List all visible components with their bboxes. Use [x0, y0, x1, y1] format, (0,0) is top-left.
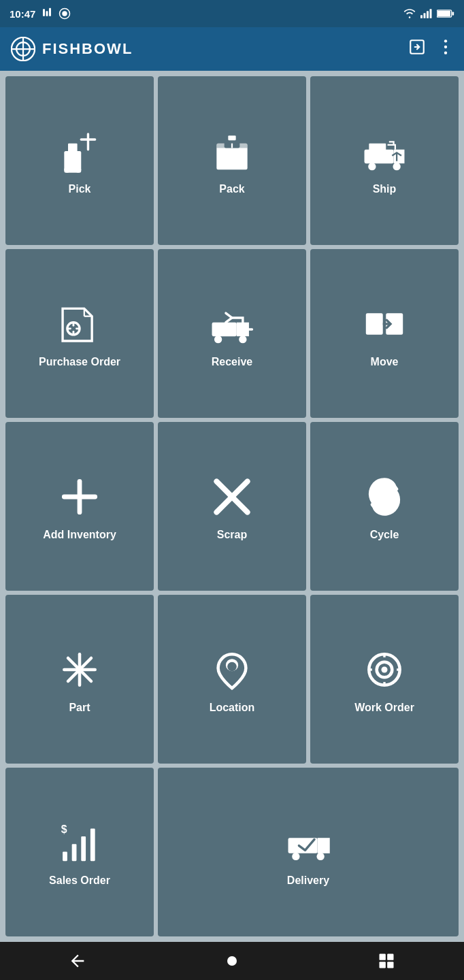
svg-rect-68 [72, 844, 77, 861]
svg-point-34 [368, 163, 376, 170]
app-title: FISHBOWL [42, 40, 133, 58]
svg-rect-28 [228, 135, 235, 140]
svg-marker-32 [394, 150, 405, 163]
svg-rect-48 [366, 313, 383, 335]
svg-rect-8 [430, 9, 432, 18]
grid-item-purchase-order[interactable]: Purchase Order [5, 249, 154, 418]
svg-rect-7 [427, 11, 429, 18]
screen-record-icon [59, 7, 71, 20]
svg-point-46 [214, 336, 222, 343]
sales-order-icon: $ [56, 819, 103, 866]
svg-rect-10 [437, 11, 450, 17]
svg-rect-33 [369, 144, 386, 151]
svg-rect-69 [81, 836, 86, 861]
app-bar-actions [408, 38, 453, 60]
ship-icon [361, 128, 408, 174]
back-button[interactable] [57, 947, 98, 975]
svg-rect-80 [387, 962, 393, 968]
main-grid: Pick Pack Ship Purchase Order Receive [0, 71, 464, 942]
svg-point-62 [381, 666, 387, 672]
purchase-order-icon [56, 301, 103, 347]
svg-point-17 [444, 39, 447, 42]
grid-item-delivery[interactable]: Delivery [158, 768, 459, 936]
app-bar: FISHBOWL [0, 27, 464, 71]
move-label: Move [371, 355, 399, 369]
svg-rect-79 [380, 962, 386, 968]
signal-icon [420, 8, 433, 19]
receive-label: Receive [212, 355, 253, 369]
location-icon [209, 647, 255, 693]
svg-rect-21 [68, 144, 78, 154]
status-bar-right [403, 8, 454, 19]
pack-icon [209, 128, 255, 174]
svg-rect-44 [212, 323, 237, 336]
add-inventory-label: Add Inventory [43, 528, 116, 542]
grid-item-sales-order[interactable]: $ Sales Order [5, 768, 154, 936]
svg-point-18 [444, 46, 447, 48]
app-logo [11, 37, 35, 61]
svg-point-47 [239, 336, 246, 343]
home-button[interactable] [212, 947, 252, 975]
svg-rect-31 [365, 150, 394, 163]
export-icon[interactable] [408, 38, 426, 60]
grid-item-work-order[interactable]: Work Order [310, 595, 459, 764]
svg-rect-0 [43, 9, 45, 16]
svg-rect-2 [49, 8, 51, 16]
svg-point-59 [227, 662, 237, 672]
more-options-icon[interactable] [438, 38, 453, 60]
grid-item-move[interactable]: Move [310, 249, 459, 418]
svg-text:$: $ [61, 823, 67, 835]
grid-item-cycle[interactable]: Cycle [310, 422, 459, 591]
svg-point-19 [444, 52, 447, 54]
app-bar-brand: FISHBOWL [11, 37, 133, 61]
svg-marker-73 [318, 838, 330, 853]
work-order-icon [361, 647, 408, 693]
status-bar: 10:47 [0, 0, 464, 27]
pick-label: Pick [69, 182, 91, 196]
grid-item-add-inventory[interactable]: Add Inventory [5, 422, 154, 591]
svg-point-23 [75, 167, 81, 173]
svg-rect-77 [380, 954, 386, 960]
delivery-label: Delivery [287, 874, 329, 887]
delivery-icon [285, 819, 331, 866]
purchase-order-label: Purchase Order [39, 355, 120, 369]
status-bar-left: 10:47 [10, 7, 71, 20]
svg-rect-1 [46, 11, 48, 16]
recents-button[interactable] [366, 947, 407, 975]
move-icon [361, 301, 408, 347]
grid-item-pack[interactable]: Pack [158, 76, 306, 245]
grid-item-scrap[interactable]: Scrap [158, 422, 306, 591]
svg-point-35 [393, 163, 400, 170]
svg-rect-70 [90, 829, 95, 862]
pick-icon [56, 128, 103, 174]
cycle-label: Cycle [370, 528, 399, 542]
part-icon [56, 647, 103, 693]
svg-rect-67 [63, 852, 67, 862]
pack-label: Pack [219, 182, 244, 196]
scrap-label: Scrap [217, 528, 247, 542]
grid-item-ship[interactable]: Ship [310, 76, 459, 245]
location-label: Location [210, 701, 255, 715]
part-label: Part [69, 701, 90, 715]
grid-item-receive[interactable]: Receive [158, 249, 306, 418]
grid-item-pick[interactable]: Pick [5, 76, 154, 245]
svg-rect-5 [420, 15, 422, 18]
sales-order-label: Sales Order [49, 874, 110, 887]
scrap-icon [209, 474, 255, 520]
battery-icon [437, 9, 454, 18]
svg-point-75 [316, 853, 324, 860]
svg-rect-11 [452, 12, 454, 15]
svg-rect-6 [424, 13, 426, 18]
svg-rect-78 [387, 954, 393, 960]
notification-icon [41, 7, 53, 20]
receive-icon [209, 301, 255, 347]
add-inventory-icon [56, 474, 103, 520]
ship-label: Ship [373, 182, 397, 196]
grid-item-location[interactable]: Location [158, 595, 306, 764]
bottom-nav [0, 942, 464, 980]
grid-item-part[interactable]: Part [5, 595, 154, 764]
svg-point-76 [227, 956, 237, 966]
cycle-icon [361, 474, 408, 520]
svg-point-4 [63, 11, 68, 16]
wifi-icon [403, 8, 416, 19]
